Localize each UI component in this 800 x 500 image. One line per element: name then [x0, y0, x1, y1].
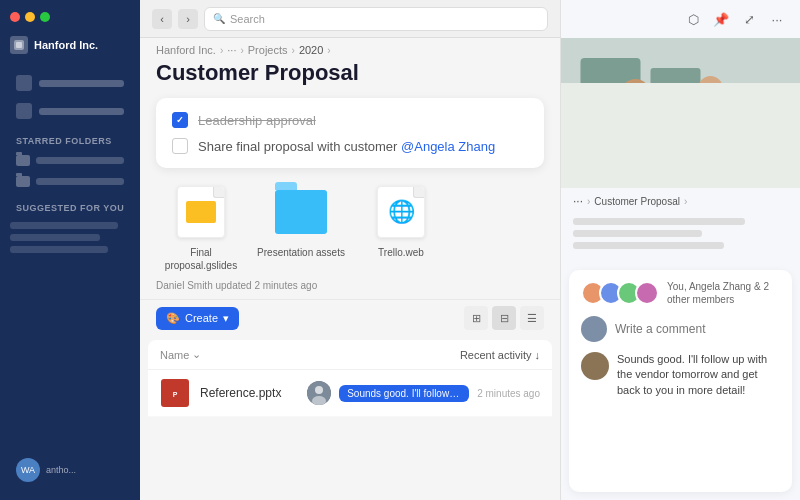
image-preview: [561, 38, 800, 188]
checklist-label-2: Share final proposal with customer @Ange…: [198, 139, 495, 154]
current-user-avatar: [581, 316, 607, 342]
breadcrumb-projects[interactable]: Projects: [248, 44, 288, 56]
user-profile[interactable]: WA antho...: [10, 452, 130, 488]
star-icon: [16, 103, 32, 119]
breadcrumb-year[interactable]: 2020: [299, 44, 323, 56]
comment-input-row: [581, 316, 780, 342]
page-title: Customer Proposal: [140, 58, 560, 98]
comment-reply: Sounds good. I'll follow up with the ven…: [581, 352, 780, 398]
sidebar: Hanford Inc. Starred folders Suggested f…: [0, 0, 140, 500]
people-icon: [16, 75, 32, 91]
slides-file-icon: [177, 186, 225, 238]
folder-icon: [16, 155, 30, 166]
file-item-gslides[interactable]: Final proposal.gslides: [156, 184, 246, 272]
sidebar-item-people[interactable]: [10, 70, 130, 96]
close-traffic-light[interactable]: [10, 12, 20, 22]
user-avatar: WA: [16, 458, 40, 482]
sidebar-folder-customer-proposal[interactable]: [10, 151, 130, 170]
checklist-label-1: Leadership approval: [198, 113, 316, 128]
file-icon-wrapper: [273, 184, 329, 240]
breadcrumb-dots[interactable]: ···: [227, 44, 236, 56]
org-name: Hanford Inc.: [34, 39, 98, 51]
org-switcher[interactable]: Hanford Inc.: [10, 36, 130, 54]
sidebar-folder-2[interactable]: [10, 172, 130, 191]
folder-icon: [16, 176, 30, 187]
preview-info-row-2: [573, 230, 702, 237]
back-icon: ‹: [160, 13, 164, 25]
back-button[interactable]: ‹: [152, 9, 172, 29]
file-item-web[interactable]: 🌐 Trello.web: [356, 184, 446, 272]
expand-button[interactable]: ⤢: [738, 8, 760, 30]
bottom-toolbar: 🎨 Create ▾ ⊞ ⊟ ☰: [140, 299, 560, 336]
file-activity-time: 2 minutes ago: [477, 388, 540, 399]
file-list: Name ⌄ Recent activity ↓ P Reference.ppt…: [148, 340, 552, 417]
more-options-button[interactable]: ···: [766, 8, 788, 30]
search-bar[interactable]: 🔍 Search: [204, 7, 548, 31]
svg-point-5: [315, 386, 323, 394]
activity-sort-icon: ↓: [535, 349, 541, 361]
col-name-label: Name: [160, 349, 189, 361]
file-item-folder[interactable]: Presentation assets: [256, 184, 346, 272]
pin-button[interactable]: 📌: [710, 8, 732, 30]
nav-bar: [39, 108, 124, 115]
checklist-card: Leadership approval Share final proposal…: [156, 98, 544, 168]
pptx-icon: P: [161, 379, 189, 407]
sidebar-item-starred[interactable]: [10, 98, 130, 124]
forward-button[interactable]: ›: [178, 9, 198, 29]
comment-members-text: You, Angela Zhang & 2 other members: [667, 280, 780, 306]
file-list-icon: P: [160, 378, 190, 408]
reply-avatar: [581, 352, 609, 380]
svg-rect-1: [16, 42, 22, 48]
preview-breadcrumb-folder[interactable]: Customer Proposal: [594, 196, 680, 207]
breadcrumb-org[interactable]: Hanford Inc.: [156, 44, 216, 56]
search-placeholder: Search: [230, 13, 265, 25]
checkbox-share[interactable]: [172, 138, 188, 154]
create-label: Create: [185, 312, 218, 324]
comment-input[interactable]: [615, 322, 780, 336]
main-content: ‹ › 🔍 Search Hanford Inc. › ··· › Projec…: [140, 0, 560, 500]
file-name-web: Trello.web: [378, 246, 424, 259]
mention-angela[interactable]: @Angela Zhang: [401, 139, 495, 154]
grid-view-button[interactable]: ⊟: [492, 306, 516, 330]
starred-folders-label: Starred folders: [16, 136, 130, 146]
maximize-traffic-light[interactable]: [40, 12, 50, 22]
col-activity-header[interactable]: Recent activity ↓: [460, 349, 540, 361]
create-button[interactable]: 🎨 Create ▾: [156, 307, 239, 330]
file-name-folder: Presentation assets: [257, 246, 345, 259]
file-list-user-avatar: [307, 381, 331, 405]
web-file-icon: 🌐: [377, 186, 425, 238]
preview-breadcrumb-sep: ›: [587, 196, 590, 207]
globe-icon: 🌐: [388, 199, 415, 225]
file-name-gslides: Final proposal.gslides: [156, 246, 246, 272]
suggested-items: [10, 222, 130, 258]
right-panel: ⬡ 📌 ⤢ ···: [560, 0, 800, 500]
user-initials: WA: [21, 465, 35, 475]
folder-name-bar: [36, 157, 124, 164]
toolbar: ‹ › 🔍 Search: [140, 0, 560, 38]
col-activity-label: Recent activity: [460, 349, 532, 361]
svg-text:P: P: [173, 391, 178, 398]
avatar-4: [635, 281, 659, 305]
org-icon: [10, 36, 28, 54]
search-icon: 🔍: [213, 13, 225, 24]
grid-small-view-button[interactable]: ⊞: [464, 306, 488, 330]
preview-info-row-1: [573, 218, 745, 225]
suggested-label: Suggested for you: [16, 203, 130, 213]
breadcrumb: Hanford Inc. › ··· › Projects › 2020 ›: [140, 38, 560, 58]
nav-bar: [39, 80, 124, 87]
list-view-button[interactable]: ☰: [520, 306, 544, 330]
comments-section: You, Angela Zhang & 2 other members Soun…: [569, 270, 792, 492]
preview-breadcrumb: ··· › Customer Proposal ›: [561, 188, 800, 214]
create-icon: 🎨: [166, 312, 180, 325]
file-list-header: Name ⌄ Recent activity ↓: [148, 340, 552, 370]
export-button[interactable]: ⬡: [682, 8, 704, 30]
slides-inner: [186, 201, 216, 223]
minimize-traffic-light[interactable]: [25, 12, 35, 22]
preview-image: [561, 38, 800, 188]
preview-breadcrumb-dots[interactable]: ···: [573, 194, 583, 208]
table-row[interactable]: P Reference.pptx Sounds good. I'll follo…: [148, 370, 552, 417]
col-name-header[interactable]: Name ⌄: [160, 348, 460, 361]
folder-name-bar: [36, 178, 124, 185]
file-grid: Final proposal.gslides Presentation asse…: [140, 180, 560, 280]
checkbox-leadership[interactable]: [172, 112, 188, 128]
